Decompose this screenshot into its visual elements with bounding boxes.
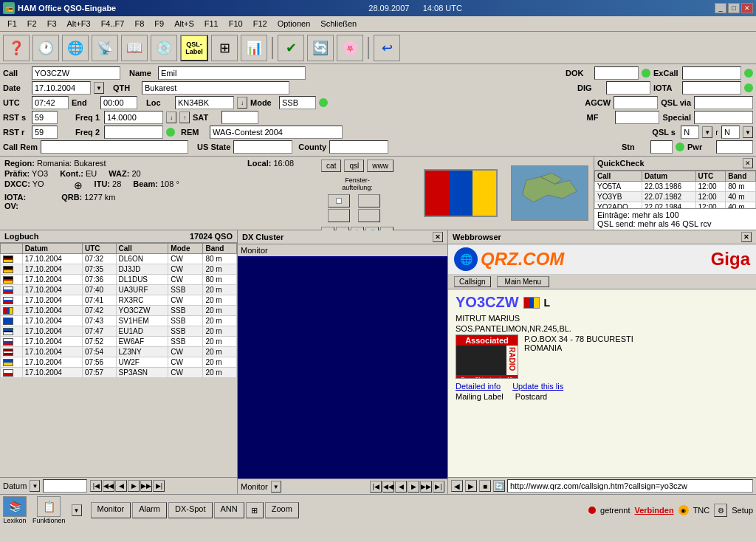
callsign-button[interactable]: Callsign [454, 276, 491, 287]
utc-input[interactable] [32, 96, 69, 109]
county-input[interactable] [329, 140, 388, 154]
nav-prev[interactable]: ◀ [115, 480, 127, 492]
dx-content[interactable] [238, 258, 447, 478]
menu-altf3[interactable]: Alt+F3 [63, 18, 95, 30]
arrow-button[interactable]: ↩ [374, 35, 400, 61]
table-row[interactable]: 17.10.2004 07:52 EW6AF SSB 20 m [1, 337, 237, 347]
tab-alarm[interactable]: Alarm [132, 502, 167, 518]
layout-btn2[interactable] [358, 194, 380, 207]
maximize-button[interactable]: □ [728, 3, 740, 13]
table-row[interactable]: 17.10.2004 07:42 YO3CZW SSB 20 m [1, 306, 237, 316]
menu-f2[interactable]: F2 [23, 18, 41, 30]
qsl-button[interactable]: QSL-Label [180, 35, 208, 61]
tab-toggle[interactable]: ⊞ [246, 502, 264, 518]
callrem-input[interactable] [41, 140, 188, 154]
special-input[interactable] [694, 111, 753, 124]
sat-input[interactable] [221, 111, 258, 124]
qsl-mini-button[interactable]: qsl [344, 159, 364, 172]
book-button[interactable]: 📖 [121, 35, 148, 61]
menu-schliessen[interactable]: Schließen [316, 18, 361, 30]
dx-nav-next-fast[interactable]: ▶▶ [420, 481, 432, 493]
tab-dxspot[interactable]: DX-Spot [168, 502, 213, 518]
lexikon-button[interactable]: 📚 Lexikon [3, 496, 27, 524]
freq1-input[interactable] [104, 111, 163, 124]
table-row[interactable]: 17.10.2004 07:36 DL1DUS CW 80 m [1, 275, 237, 285]
disk-button[interactable]: 💿 [151, 35, 177, 61]
update-list-link[interactable]: Update this lis [512, 382, 563, 391]
layout-btn4[interactable] [358, 209, 380, 222]
qsls-n-input[interactable] [681, 126, 699, 139]
loc-input[interactable] [175, 96, 234, 109]
tab-zoom[interactable]: Zoom [265, 502, 299, 518]
menu-f11[interactable]: F11 [200, 18, 223, 30]
qslr-input[interactable] [721, 126, 740, 139]
clock-button[interactable]: 🕐 [32, 35, 59, 61]
name-input[interactable] [158, 66, 306, 80]
grid-button[interactable]: ⊞ [211, 35, 238, 61]
close-button[interactable]: ✕ [741, 3, 753, 13]
datum-arrow[interactable]: ▼ [30, 480, 40, 492]
main-menu-button[interactable]: Main Menu [497, 276, 549, 287]
nav-prev-fast[interactable]: ◀◀ [103, 480, 114, 492]
nav-last[interactable]: ▶| [153, 480, 165, 492]
mf-input[interactable] [615, 111, 659, 124]
freq2-input[interactable] [104, 126, 163, 139]
table-row[interactable]: 17.10.2004 07:35 DJ3JD CW 20 m [1, 264, 237, 275]
table-row[interactable]: 17.10.2004 07:32 DL6ON CW 80 m [1, 254, 237, 264]
rsts-input[interactable] [32, 111, 58, 124]
dx-nav-next[interactable]: ▶ [408, 481, 419, 493]
flower-button[interactable]: 🌸 [337, 35, 363, 61]
monitor-arrow[interactable]: ▼ [271, 481, 281, 493]
mode-input[interactable] [279, 96, 316, 109]
menu-f10[interactable]: F10 [224, 18, 247, 30]
usstate-input[interactable] [233, 140, 292, 154]
detailed-info-link[interactable]: Detailed info [456, 382, 501, 391]
qth-input[interactable] [142, 81, 289, 95]
wb-back[interactable]: ◀ [451, 480, 463, 492]
antenna-button[interactable]: 📡 [92, 35, 118, 61]
nav-first[interactable]: |◀ [90, 480, 102, 492]
table-row[interactable]: 17.10.2004 07:41 RX3RC CW 20 m [1, 295, 237, 306]
freq1-down[interactable]: ↓ [166, 112, 176, 123]
logbook-table-container[interactable]: Datum UTC Call Mode Band 17.10.2004 07:3… [0, 243, 237, 477]
qslvia-input[interactable] [694, 96, 753, 109]
stn-input[interactable] [650, 140, 673, 154]
layout-btn1[interactable] [328, 194, 350, 207]
dx-nav-prev-fast[interactable]: ◀◀ [382, 481, 394, 493]
table-row[interactable]: 17.10.2004 07:56 UW2F CW 20 m [1, 357, 237, 368]
menu-f4f7[interactable]: F4..F7 [97, 18, 129, 30]
date-input[interactable] [32, 81, 91, 95]
tab-ann[interactable]: ANN [214, 502, 244, 518]
layout-btn3[interactable] [328, 209, 350, 222]
end-input[interactable] [100, 96, 137, 109]
wb-url-input[interactable] [507, 479, 753, 493]
dx-nav-first[interactable]: |◀ [370, 481, 382, 493]
menu-alts[interactable]: Alt+S [170, 18, 199, 30]
menu-f3[interactable]: F3 [43, 18, 61, 30]
dx-nav-last[interactable]: ▶| [433, 481, 444, 493]
menu-f8[interactable]: F8 [130, 18, 148, 30]
iota-input[interactable] [682, 81, 741, 95]
funktionen-arrow[interactable]: ▼ [72, 504, 82, 516]
refresh-button[interactable]: 🔄 [307, 35, 334, 61]
nav-next[interactable]: ▶ [128, 480, 140, 492]
stats-button[interactable]: 📊 [241, 35, 267, 61]
menu-f1[interactable]: F1 [3, 18, 21, 30]
table-row[interactable]: 17.10.2004 07:47 EU1AD SSB 20 m [1, 326, 237, 337]
qslr-arrow[interactable]: ▼ [743, 126, 753, 138]
pwr-input[interactable] [716, 140, 753, 154]
funktionen-button[interactable]: 📋 Funktionen [32, 496, 66, 524]
nav-next-fast[interactable]: ▶▶ [140, 480, 152, 492]
tab-monitor[interactable]: Monitor [91, 502, 131, 518]
wb-forward[interactable]: ▶ [465, 480, 477, 492]
datum-input[interactable] [43, 479, 87, 493]
wb-stop[interactable]: ■ [479, 480, 491, 492]
menu-f12[interactable]: F12 [249, 18, 272, 30]
qsls-arrow[interactable]: ▼ [702, 126, 712, 138]
wb-refresh[interactable]: 🔄 [493, 480, 505, 492]
dok-input[interactable] [594, 66, 639, 80]
dig-input[interactable] [606, 81, 650, 95]
cat-button[interactable]: cat [321, 159, 341, 172]
globe-button[interactable]: 🌐 [62, 35, 89, 61]
excall-input[interactable] [682, 66, 741, 80]
